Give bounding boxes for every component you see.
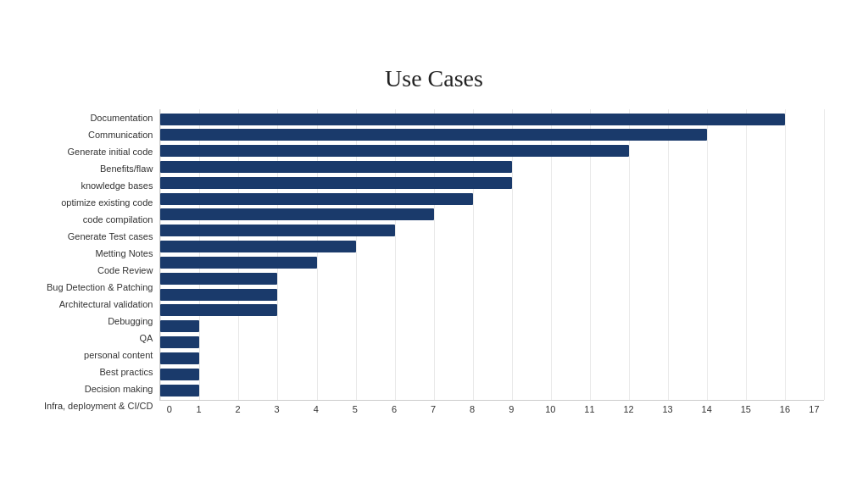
x-axis-label: 2 (219, 404, 258, 414)
grid-line (824, 109, 825, 400)
x-axis-label: 4 (297, 404, 336, 414)
chart-container: Use Cases Infra, deployment & CI/CDDecis… (19, 48, 849, 440)
x-axis-label: 11 (570, 404, 609, 414)
y-label: Communication (88, 126, 153, 143)
y-label: personal content (84, 347, 153, 363)
bars-and-x: 01234567891011121314151617 (159, 109, 824, 414)
x-axis-label: 1 (179, 404, 218, 414)
y-label: Best practics (99, 363, 153, 380)
bar-row (160, 319, 824, 334)
x-axis-label: 10 (531, 404, 570, 414)
x-axis-label: 16 (765, 404, 804, 414)
bar (160, 273, 277, 285)
y-label: Decision making (85, 380, 153, 397)
bar-row (160, 207, 824, 222)
x-axis-label: 15 (726, 404, 765, 414)
bar (160, 257, 316, 269)
bar-row (160, 383, 824, 398)
y-labels: Infra, deployment & CI/CDDecision making… (44, 109, 159, 414)
y-label: Debugging (108, 313, 153, 330)
chart-title: Use Cases (44, 65, 824, 92)
y-label: optimize existing code (61, 194, 153, 211)
bar (160, 129, 707, 141)
bar (160, 385, 199, 396)
y-label: Metting Notes (96, 245, 153, 262)
x-axis: 01234567891011121314151617 (159, 400, 824, 414)
bar (160, 161, 511, 173)
x-axis-label: 8 (453, 404, 492, 414)
bar-row (160, 287, 824, 302)
bar-row (160, 271, 824, 286)
bar-row (160, 255, 824, 270)
y-label: Code Review (97, 262, 153, 279)
bar (160, 352, 199, 364)
bar-rows (160, 109, 824, 400)
bar (160, 289, 277, 301)
x-axis-label: 7 (414, 404, 453, 414)
x-axis-label: 17 (804, 404, 824, 414)
y-label: Benefits/flaw (100, 160, 153, 177)
y-label: code compilation (83, 211, 153, 228)
y-label: QA (139, 330, 153, 347)
y-label: Infra, deployment & CI/CD (44, 397, 153, 414)
bar (160, 145, 628, 157)
bar-row (160, 351, 824, 366)
bar-row (160, 175, 824, 191)
x-axis-label: 3 (258, 404, 297, 414)
y-label: knowledge bases (81, 177, 153, 194)
bars-area (159, 109, 824, 400)
x-axis-label: 12 (609, 404, 648, 414)
bar-row (160, 239, 824, 254)
bar (160, 208, 433, 220)
bar-row (160, 191, 824, 207)
bar-row (160, 302, 824, 318)
bar (160, 320, 199, 332)
x-axis-label: 14 (687, 404, 726, 414)
bar (160, 241, 355, 252)
x-axis-label: 9 (492, 404, 531, 414)
x-axis-label: 5 (336, 404, 375, 414)
bar-row (160, 112, 824, 127)
bar (160, 304, 277, 316)
x-axis-label: 6 (375, 404, 414, 414)
bar-row (160, 127, 824, 142)
x-axis-label: 0 (159, 404, 179, 414)
y-label: Generate initial code (67, 143, 153, 160)
y-label: Architectural validation (59, 296, 153, 313)
bar (160, 114, 785, 125)
bar-row (160, 159, 824, 175)
y-label: Documentation (90, 109, 153, 126)
bar (160, 177, 511, 189)
chart-area: Infra, deployment & CI/CDDecision making… (44, 109, 824, 414)
bar (160, 225, 394, 236)
y-label: Bug Detection & Patching (47, 279, 153, 296)
bar (160, 369, 199, 380)
y-label: Generate Test cases (68, 228, 153, 245)
bar-row (160, 143, 824, 158)
bar (160, 193, 472, 205)
bar-row (160, 335, 824, 350)
bar-row (160, 223, 824, 238)
bar (160, 336, 199, 348)
x-axis-label: 13 (648, 404, 687, 414)
bar-row (160, 367, 824, 382)
